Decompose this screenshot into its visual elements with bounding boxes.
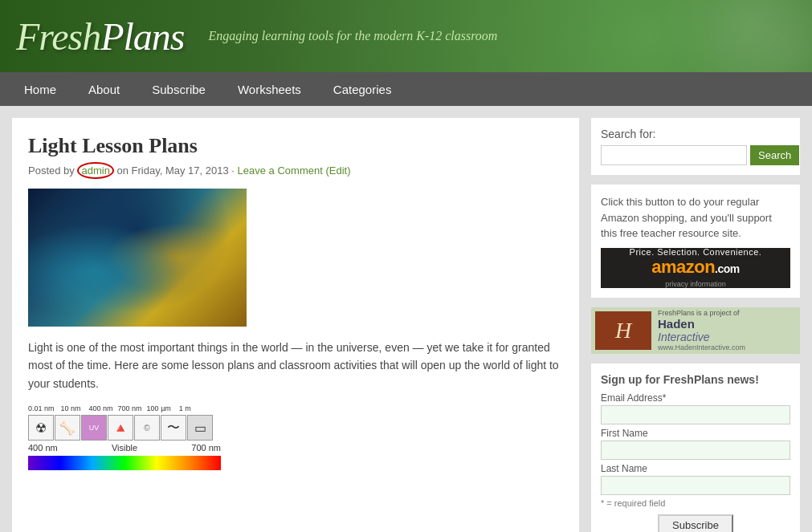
first-name-input[interactable] — [601, 441, 790, 460]
rainbow-bar — [28, 456, 221, 470]
amazon-tagline: Price. Selection. Convenience. — [630, 247, 762, 257]
last-name-field-group: Last Name — [601, 463, 790, 495]
haden-line4: www.HadenInteractive.com — [658, 343, 796, 351]
signup-title: Sign up for FreshPlans news! — [601, 373, 790, 386]
content-area: Light Lesson Plans Posted by admin on Fr… — [12, 118, 579, 532]
spectrum-icons: ☢ 🦴 UV 🔺 © 〜 ▭ — [28, 415, 221, 441]
haden-logo-letter: H — [615, 318, 631, 343]
first-name-label: First Name — [601, 428, 790, 439]
amazon-banner[interactable]: Price. Selection. Convenience. amazon.co… — [601, 248, 790, 288]
post-body: Light is one of the most important thing… — [28, 339, 563, 392]
author-link[interactable]: admin — [77, 162, 113, 179]
email-field-group: Email Address* — [601, 392, 790, 424]
spectrum-diagram: 0.01 nm 10 nm 400 nm 700 nm 100 µm 1 m ☢… — [28, 404, 221, 470]
wave-icon: 〜 — [161, 415, 186, 441]
main-nav: Home About Subscribe Worksheets Categori… — [0, 72, 812, 106]
meta-prefix: Posted by — [28, 164, 75, 177]
amazon-privacy: privacy information — [665, 280, 726, 288]
search-row: Search — [601, 145, 790, 165]
box-icon: ▭ — [187, 415, 213, 441]
radioactive-icon: ☢ — [28, 415, 54, 441]
wavelength-left: 400 nm — [28, 443, 58, 453]
nav-subscribe[interactable]: Subscribe — [136, 75, 222, 104]
email-input[interactable] — [601, 405, 790, 424]
nav-categories[interactable]: Categories — [317, 75, 408, 104]
post-image — [28, 189, 247, 327]
main-layout: Light Lesson Plans Posted by admin on Fr… — [0, 106, 812, 532]
subscribe-row: Subscribe — [601, 514, 790, 533]
site-tagline: Engaging learning tools for the modern K… — [209, 29, 498, 43]
sidebar: Search for: Search Click this button to … — [591, 118, 800, 532]
xray-icon: 🦴 — [55, 415, 80, 441]
signup-widget: Sign up for FreshPlans news! Email Addre… — [591, 363, 800, 533]
wavelength-center: Visible — [112, 443, 137, 453]
spectrum-labels: 400 nm Visible 700 nm — [28, 443, 221, 453]
nav-worksheets[interactable]: Worksheets — [222, 75, 317, 104]
haden-info: FreshPlans is a project of Haden Interac… — [658, 309, 796, 351]
haden-line2: Haden — [658, 317, 796, 331]
post-title: Light Lesson Plans — [28, 134, 563, 158]
last-name-label: Last Name — [601, 463, 790, 474]
search-label: Search for: — [601, 128, 790, 140]
search-input[interactable] — [601, 145, 747, 165]
meta-date: on Friday, May 17, 2013 · — [117, 164, 235, 177]
haden-banner[interactable]: H FreshPlans is a project of Haden Inter… — [591, 307, 800, 354]
post-meta: Posted by admin on Friday, May 17, 2013 … — [28, 164, 563, 177]
uv-icon: UV — [81, 415, 107, 441]
site-logo: FreshPlans — [16, 14, 185, 59]
amazon-text: Click this button to do your regular Ama… — [601, 194, 790, 242]
required-note: * = required field — [601, 498, 790, 508]
prism-icon: 🔺 — [108, 415, 133, 441]
email-label: Email Address* — [601, 392, 790, 404]
wavelength-right: 700 nm — [191, 443, 221, 453]
search-widget: Search for: Search — [591, 118, 800, 175]
search-button[interactable]: Search — [750, 145, 799, 165]
spectrum-ruler: 0.01 nm 10 nm 400 nm 700 nm 100 µm 1 m — [28, 404, 221, 412]
subscribe-button[interactable]: Subscribe — [658, 514, 733, 533]
haden-line1: FreshPlans is a project of — [658, 309, 796, 317]
nav-about[interactable]: About — [72, 75, 136, 104]
amazon-widget: Click this button to do your regular Ama… — [591, 185, 800, 298]
site-header: FreshPlans Engaging learning tools for t… — [0, 0, 812, 72]
nav-home[interactable]: Home — [8, 75, 72, 104]
ir-icon: © — [134, 415, 160, 441]
haden-logo-box: H — [595, 311, 651, 350]
first-name-field-group: First Name — [601, 428, 790, 460]
last-name-input[interactable] — [601, 476, 790, 495]
amazon-logo: amazon.com — [651, 257, 740, 278]
haden-line3: Interactive — [658, 331, 796, 343]
comment-link[interactable]: Leave a Comment (Edit) — [238, 164, 351, 177]
